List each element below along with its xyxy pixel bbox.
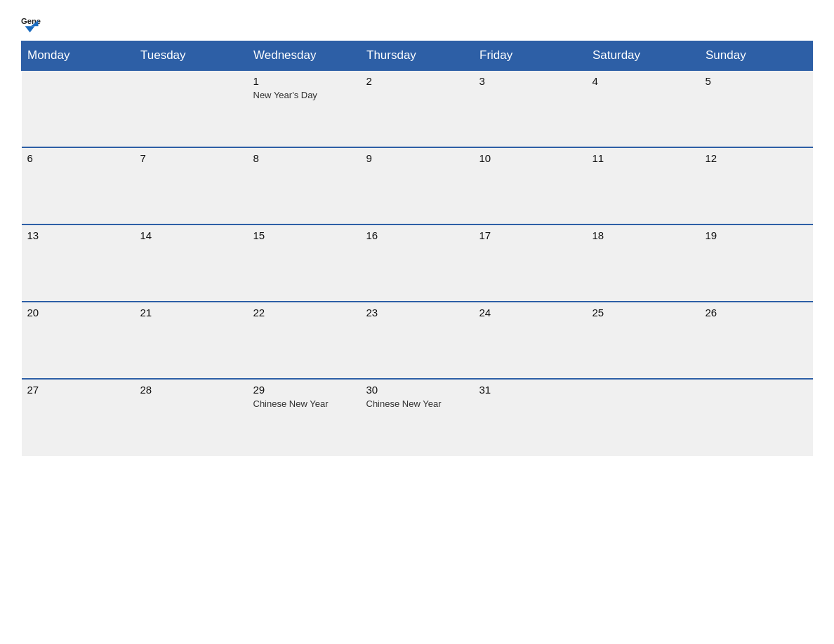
calendar-cell: 15: [248, 224, 361, 302]
day-number: 13: [27, 229, 129, 241]
calendar-cell: 24: [474, 302, 587, 379]
calendar-cell: 8: [248, 147, 361, 224]
calendar-cell: 10: [474, 147, 587, 224]
day-number: 19: [706, 229, 807, 241]
day-number: 24: [479, 307, 581, 318]
day-number: 4: [593, 75, 694, 87]
calendar-cell: [700, 379, 813, 456]
calendar-cell: 21: [135, 302, 248, 379]
week-row-5: 272829Chinese New Year30Chinese New Year…: [22, 379, 813, 456]
calendar-cell: [587, 379, 700, 456]
day-number: 10: [479, 152, 581, 164]
calendar-cell: 30Chinese New Year: [361, 379, 474, 456]
calendar-cell: 26: [700, 302, 813, 379]
weekday-header-saturday: Saturday: [587, 41, 700, 71]
day-number: 29: [253, 384, 355, 396]
weekday-header-monday: Monday: [22, 41, 135, 71]
calendar-cell: 19: [700, 224, 813, 302]
calendar-cell: 11: [587, 147, 700, 224]
day-number: 22: [253, 307, 355, 318]
calendar-cell: 28: [135, 379, 248, 456]
day-number: 7: [140, 152, 242, 164]
calendar-cell: 16: [361, 224, 474, 302]
day-number: 26: [706, 307, 807, 318]
calendar-cell: 3: [474, 70, 587, 147]
day-number: 14: [140, 229, 242, 241]
calendar-cell: 2: [361, 70, 474, 147]
calendar-cell: 27: [22, 379, 135, 456]
day-number: 18: [593, 229, 694, 241]
day-number: 2: [366, 75, 468, 87]
calendar-cell: 9: [361, 147, 474, 224]
calendar-cell: [135, 70, 248, 147]
calendar-cell: 22: [248, 302, 361, 379]
day-number: 3: [479, 75, 581, 87]
holiday-name: New Year's Day: [253, 90, 317, 100]
calendar-cell: 29Chinese New Year: [248, 379, 361, 456]
week-row-4: 20212223242526: [22, 302, 813, 379]
week-row-2: 6789101112: [22, 147, 813, 224]
day-number: 25: [593, 307, 694, 318]
calendar-cell: 23: [361, 302, 474, 379]
week-row-3: 13141516171819: [22, 224, 813, 302]
day-number: 5: [706, 75, 807, 87]
holiday-name: Chinese New Year: [253, 398, 329, 409]
calendar-cell: 20: [22, 302, 135, 379]
day-number: 31: [479, 384, 581, 396]
calendar-cell: 17: [474, 224, 587, 302]
calendar-cell: 5: [700, 70, 813, 147]
calendar-header: General: [21, 14, 813, 34]
day-number: 21: [140, 307, 242, 318]
day-number: 28: [140, 384, 242, 396]
calendar-cell: 31: [474, 379, 587, 456]
generalblue-logo-icon: General: [21, 14, 41, 34]
calendar-table: MondayTuesdayWednesdayThursdayFridaySatu…: [21, 41, 813, 456]
day-number: 9: [366, 152, 468, 164]
calendar-cell: 14: [135, 224, 248, 302]
day-number: 8: [253, 152, 355, 164]
weekday-header-thursday: Thursday: [361, 41, 474, 71]
day-number: 20: [27, 307, 129, 318]
calendar-cell: [22, 70, 135, 147]
calendar-cell: 25: [587, 302, 700, 379]
calendar-cell: 7: [135, 147, 248, 224]
day-number: 30: [366, 384, 468, 396]
day-number: 27: [27, 384, 129, 396]
day-number: 12: [706, 152, 807, 164]
day-number: 11: [593, 152, 694, 164]
day-number: 15: [253, 229, 355, 241]
weekday-header-tuesday: Tuesday: [135, 41, 248, 71]
weekday-header-sunday: Sunday: [700, 41, 813, 71]
calendar-cell: 12: [700, 147, 813, 224]
weekday-header-friday: Friday: [474, 41, 587, 71]
day-number: 23: [366, 307, 468, 318]
day-number: 6: [27, 152, 129, 164]
week-row-1: 1New Year's Day2345: [22, 70, 813, 147]
day-number: 17: [479, 229, 581, 241]
calendar-cell: 4: [587, 70, 700, 147]
logo: General: [21, 14, 45, 34]
weekday-header-wednesday: Wednesday: [248, 41, 361, 71]
calendar-cell: 13: [22, 224, 135, 302]
day-number: 1: [253, 75, 355, 87]
calendar-cell: 18: [587, 224, 700, 302]
weekday-header-row: MondayTuesdayWednesdayThursdayFridaySatu…: [22, 41, 813, 71]
calendar-cell: 6: [22, 147, 135, 224]
calendar-cell: 1New Year's Day: [248, 70, 361, 147]
holiday-name: Chinese New Year: [366, 398, 442, 409]
svg-marker-1: [25, 26, 35, 32]
day-number: 16: [366, 229, 468, 241]
